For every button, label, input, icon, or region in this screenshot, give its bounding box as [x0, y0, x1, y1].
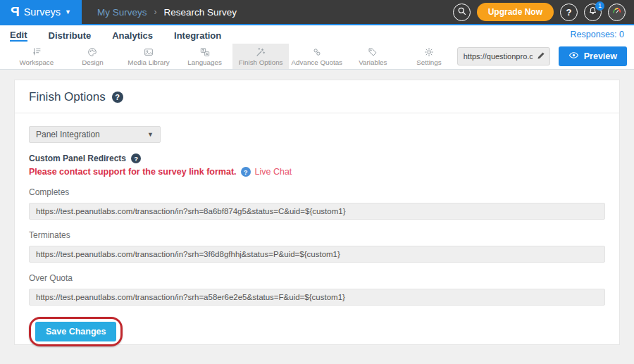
eye-icon — [568, 51, 579, 61]
over-quota-label: Over Quota — [29, 273, 605, 283]
tab-edit[interactable]: Edit — [10, 28, 27, 42]
over-quota-url-input[interactable] — [29, 289, 605, 306]
card-header: Finish Options ? — [15, 80, 619, 113]
custom-panel-redirects-row: Custom Panel Redirects ? — [29, 153, 605, 163]
custom-panel-redirects-help-icon[interactable]: ? — [131, 153, 141, 163]
notifications-button[interactable]: 1 — [584, 4, 602, 21]
terminates-label: Terminates — [29, 230, 605, 240]
live-chat-link[interactable]: Live Chat — [255, 167, 292, 177]
survey-url-wrap — [457, 47, 550, 65]
toolbar-tab-media-library[interactable]: Media Library — [120, 44, 177, 69]
breadcrumb-current-survey: Research Survey — [164, 7, 237, 18]
palette-icon — [87, 46, 98, 58]
red-highlight-annotation: Save Changes — [29, 317, 123, 346]
edit-toolbar: Workspace Design Media Library — [0, 44, 634, 70]
save-changes-button[interactable]: Save Changes — [35, 322, 116, 341]
tab-analytics[interactable]: Analytics — [112, 29, 153, 41]
finish-options-help-icon[interactable]: ? — [112, 92, 123, 103]
completes-label: Completes — [29, 187, 605, 197]
toolbar-tab-label: Workspace — [19, 58, 54, 66]
toolbar-tab-finish-options[interactable]: Finish Options — [232, 44, 289, 69]
translate-icon — [199, 46, 211, 58]
magic-wand-icon — [255, 46, 266, 58]
toolbar-tab-languages[interactable]: Languages — [177, 44, 233, 69]
preview-label: Preview — [584, 51, 617, 61]
gear-icon — [423, 46, 435, 58]
breadcrumb-separator: › — [154, 7, 157, 17]
card-body: Panel Integration ▼ Custom Panel Redirec… — [15, 113, 619, 359]
survey-nav: Edit Distribute Analytics Integration Re… — [0, 25, 634, 44]
toolbar-tab-label: Languages — [187, 58, 222, 66]
toolbar-tab-label: Finish Options — [239, 58, 283, 66]
custom-panel-redirects-label: Custom Panel Redirects — [29, 153, 126, 163]
help-icon: ? — [566, 7, 572, 18]
tag-icon — [367, 46, 378, 58]
support-notice-row: Please contact support for the survey li… — [29, 167, 605, 177]
toolbar-tab-advance-quotas[interactable]: Advance Quotas — [289, 44, 345, 69]
completes-url-input[interactable] — [29, 203, 605, 220]
chevron-down-icon: ▼ — [147, 131, 154, 138]
preview-button[interactable]: Preview — [559, 46, 627, 66]
chain-links-icon — [311, 46, 323, 58]
app-window: P Surveys ▼ My Surveys › Research Survey… — [0, 0, 634, 364]
responses-count: Responses: 0 — [571, 30, 624, 39]
toolbar-tab-label: Settings — [416, 58, 441, 66]
edit-url-pencil-icon[interactable] — [536, 51, 546, 61]
toolbar-tab-variables[interactable]: Variables — [345, 44, 402, 69]
help-button[interactable]: ? — [560, 4, 578, 21]
toolbar-tab-workspace[interactable]: Workspace — [8, 44, 65, 69]
top-bar: P Surveys ▼ My Surveys › Research Survey… — [0, 0, 634, 25]
page-title: Finish Options — [29, 90, 106, 104]
chevron-down-icon: ▼ — [65, 8, 71, 15]
finish-options-card: Finish Options ? Panel Integration ▼ Cus… — [14, 80, 620, 345]
toolbar-tab-label: Media Library — [128, 58, 169, 66]
toolbar-tab-label: Design — [82, 58, 104, 66]
toolbar-right: Preview — [457, 44, 634, 69]
toolbar-tab-label: Advance Quotas — [292, 58, 342, 66]
questionpro-logo-icon: P — [11, 4, 20, 20]
search-button[interactable] — [453, 4, 471, 21]
dropdown-selected-value: Panel Integration — [36, 130, 100, 139]
search-icon — [456, 6, 467, 19]
terminates-url-input[interactable] — [29, 246, 605, 263]
product-name: Surveys — [24, 6, 61, 18]
topbar-actions: Upgrade Now ? 1 — [453, 3, 626, 21]
panel-integration-dropdown[interactable]: Panel Integration ▼ — [29, 126, 161, 143]
breadcrumb-my-surveys[interactable]: My Surveys — [97, 7, 147, 18]
content-area: Finish Options ? Panel Integration ▼ Cus… — [0, 70, 634, 364]
upgrade-now-button[interactable]: Upgrade Now — [477, 3, 554, 21]
product-menu[interactable]: P Surveys ▼ — [0, 0, 82, 24]
workspace-icon — [31, 46, 42, 58]
image-icon — [143, 46, 154, 58]
live-chat-help-icon[interactable]: ? — [241, 167, 251, 177]
toolbar-tab-label: Variables — [359, 58, 387, 66]
toolbar-tab-design[interactable]: Design — [65, 44, 121, 69]
save-area: Save Changes — [29, 317, 605, 346]
toolbar-tab-settings[interactable]: Settings — [401, 44, 457, 69]
breadcrumb: My Surveys › Research Survey — [97, 7, 237, 18]
tab-integration[interactable]: Integration — [174, 29, 221, 41]
notification-badge: 1 — [595, 1, 604, 11]
gauge-icon — [611, 5, 623, 20]
account-avatar[interactable] — [608, 4, 626, 21]
tab-distribute[interactable]: Distribute — [49, 29, 92, 41]
support-notice-text: Please contact support for the survey li… — [29, 167, 237, 177]
